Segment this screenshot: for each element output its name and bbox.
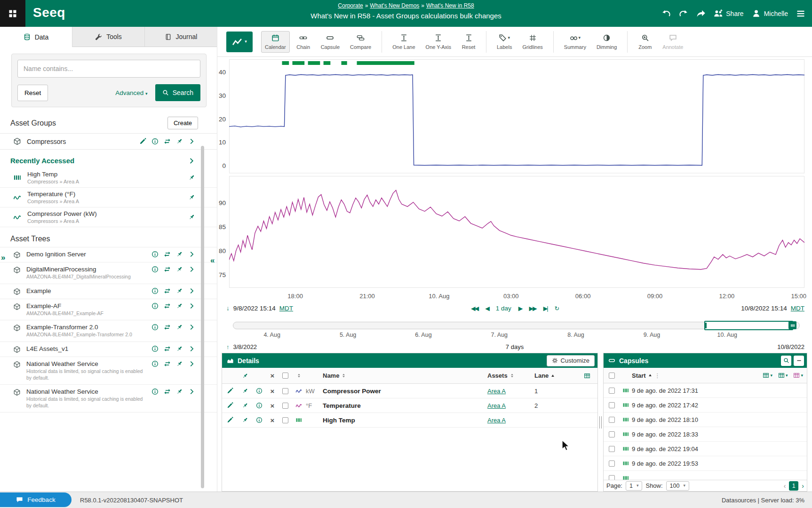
pin-icon[interactable] bbox=[176, 138, 183, 145]
create-asset-group-button[interactable]: Create bbox=[167, 117, 198, 129]
toolbar-one-y-axis-button[interactable]: One Y-Axis bbox=[422, 31, 455, 53]
row-checkbox[interactable] bbox=[609, 431, 615, 437]
share-button[interactable]: Share bbox=[714, 9, 743, 18]
expand-panel-button[interactable]: » bbox=[1, 253, 5, 262]
info-icon[interactable] bbox=[151, 251, 159, 258]
undo-button[interactable] bbox=[661, 9, 671, 18]
info-icon[interactable] bbox=[151, 345, 159, 352]
advanced-toggle[interactable]: Advanced ▾ bbox=[115, 89, 147, 96]
remove-icon[interactable]: × bbox=[266, 388, 279, 395]
chevron-right-icon[interactable] bbox=[188, 302, 195, 310]
asset-tree-row[interactable]: Example-AFAMAZONA-8LE4M47_Example-AF bbox=[0, 299, 217, 321]
page-select[interactable]: 1▾ bbox=[626, 481, 642, 491]
breadcrumb-link-whats-new-demos[interactable]: What's New Demos bbox=[370, 2, 419, 9]
search-input[interactable] bbox=[17, 60, 200, 78]
pin-icon[interactable] bbox=[188, 194, 195, 201]
swap-icon[interactable] bbox=[164, 138, 171, 145]
table-export-button[interactable]: ▾ bbox=[793, 372, 803, 379]
redo-button[interactable] bbox=[679, 9, 688, 18]
recent-item-compressor-power[interactable]: Compressor Power (kW)Compressors » Area … bbox=[0, 207, 217, 227]
toolbar-dimming-button[interactable]: Dimming bbox=[593, 31, 621, 53]
pin-icon[interactable] bbox=[176, 388, 183, 395]
toolbar-gridlines-button[interactable]: Gridlines bbox=[518, 31, 546, 53]
asset-tree-row[interactable]: National Weather ServiceHistorical data … bbox=[0, 357, 217, 385]
row-checkbox[interactable] bbox=[609, 417, 615, 423]
investigate-timebar[interactable] bbox=[233, 322, 800, 329]
info-icon[interactable] bbox=[151, 360, 159, 367]
table-columns-button[interactable]: ▾ bbox=[763, 372, 772, 379]
asset-link[interactable]: Area A bbox=[487, 417, 506, 424]
edit-pencil-icon[interactable] bbox=[227, 402, 233, 409]
info-icon[interactable] bbox=[151, 266, 159, 273]
pin-icon[interactable] bbox=[176, 287, 183, 294]
remove-icon[interactable]: × bbox=[266, 417, 279, 424]
row-checkbox[interactable] bbox=[609, 388, 615, 394]
app-switcher-button[interactable] bbox=[0, 0, 25, 27]
pin-icon[interactable] bbox=[176, 345, 183, 352]
pin-icon[interactable] bbox=[242, 388, 248, 394]
details-row-high-temp[interactable]: × High Temp Area A bbox=[222, 413, 597, 428]
pin-icon[interactable] bbox=[176, 266, 183, 273]
swap-icon[interactable] bbox=[164, 266, 171, 273]
chevron-right-icon[interactable] bbox=[188, 266, 195, 273]
capsule-row[interactable]: 9 de ago. de 2022 18:10 bbox=[604, 413, 807, 427]
select-all-checkbox[interactable] bbox=[282, 373, 288, 379]
pin-icon[interactable] bbox=[176, 360, 183, 367]
asset-link[interactable]: Area A bbox=[487, 388, 506, 395]
tab-data[interactable]: Data bbox=[0, 27, 72, 47]
series-name[interactable]: High Temp bbox=[323, 417, 487, 424]
name-column-header[interactable]: Name bbox=[323, 372, 339, 379]
recent-item-temperature[interactable]: Temperature (°F)Compressors » Area A bbox=[0, 188, 217, 207]
lane-column-header[interactable]: Lane bbox=[534, 372, 549, 379]
swap-icon[interactable] bbox=[164, 345, 171, 352]
forward-share-icon[interactable] bbox=[696, 9, 706, 18]
pin-icon[interactable] bbox=[176, 324, 183, 331]
chevron-right-icon[interactable] bbox=[188, 388, 195, 395]
info-icon[interactable] bbox=[256, 402, 263, 409]
step-to-end-button[interactable]: ▶| bbox=[543, 305, 548, 312]
series-name[interactable]: Compressor Power bbox=[323, 388, 487, 395]
toolbar-annotate-button[interactable]: Annotate bbox=[659, 31, 687, 53]
hamburger-menu-button[interactable] bbox=[796, 9, 805, 18]
show-select[interactable]: 100▾ bbox=[666, 481, 689, 491]
info-icon[interactable] bbox=[256, 417, 263, 423]
toolbar-labels-button[interactable]: ▾ Labels bbox=[493, 31, 516, 53]
tab-tools[interactable]: Tools bbox=[72, 27, 145, 47]
capsule-row[interactable]: 9 de ago. de 2022 18:33 bbox=[604, 427, 807, 442]
row-checkbox[interactable] bbox=[282, 417, 288, 423]
search-button[interactable]: Search bbox=[155, 84, 200, 101]
chevron-right-icon[interactable] bbox=[188, 360, 195, 367]
pin-icon[interactable] bbox=[242, 417, 248, 423]
info-icon[interactable] bbox=[256, 388, 263, 394]
edit-pencil-icon[interactable] bbox=[139, 138, 146, 145]
remove-icon[interactable]: × bbox=[266, 402, 279, 409]
step-forward-button[interactable]: ▶ bbox=[518, 305, 522, 312]
toolbar-one-lane-button[interactable]: One Lane bbox=[389, 31, 419, 53]
swap-icon[interactable] bbox=[164, 324, 171, 331]
collapse-sidebar-button[interactable]: « bbox=[210, 256, 215, 265]
toolbar-compare-button[interactable]: Compare bbox=[346, 31, 375, 53]
recent-item-high-temp[interactable]: High TempCompressors » Area A bbox=[0, 168, 217, 188]
swap-icon[interactable] bbox=[164, 251, 171, 258]
timezone-link[interactable]: MDT bbox=[279, 305, 293, 312]
assets-column-header[interactable]: Assets bbox=[487, 372, 508, 379]
asset-tree-row[interactable]: Demo Ignition Server bbox=[0, 247, 217, 262]
asset-group-row-compressors[interactable]: Compressors bbox=[0, 133, 217, 150]
next-page-button[interactable]: › bbox=[802, 482, 804, 490]
swap-icon[interactable] bbox=[164, 287, 171, 294]
capsule-row[interactable]: 9 de ago. de 2022 19:04 bbox=[604, 442, 807, 456]
swap-icon[interactable] bbox=[164, 302, 171, 310]
seeq-logo[interactable]: Seeq bbox=[25, 5, 74, 22]
trend-chart[interactable] bbox=[229, 59, 804, 292]
customize-button[interactable]: Customize bbox=[547, 355, 595, 366]
series-name[interactable]: Temperature bbox=[323, 402, 487, 409]
info-icon[interactable] bbox=[151, 287, 159, 294]
display-range-start[interactable]: 9/8/2022 15:14 bbox=[233, 305, 276, 312]
timebar-selection-handle[interactable] bbox=[788, 321, 796, 329]
edit-pencil-icon[interactable] bbox=[227, 388, 233, 394]
edit-pencil-icon[interactable] bbox=[227, 417, 233, 423]
capsules-zoom-button[interactable] bbox=[781, 356, 791, 366]
feedback-button[interactable]: Feedback bbox=[0, 492, 72, 507]
pin-icon[interactable] bbox=[188, 174, 195, 181]
swap-icon[interactable] bbox=[164, 388, 171, 395]
